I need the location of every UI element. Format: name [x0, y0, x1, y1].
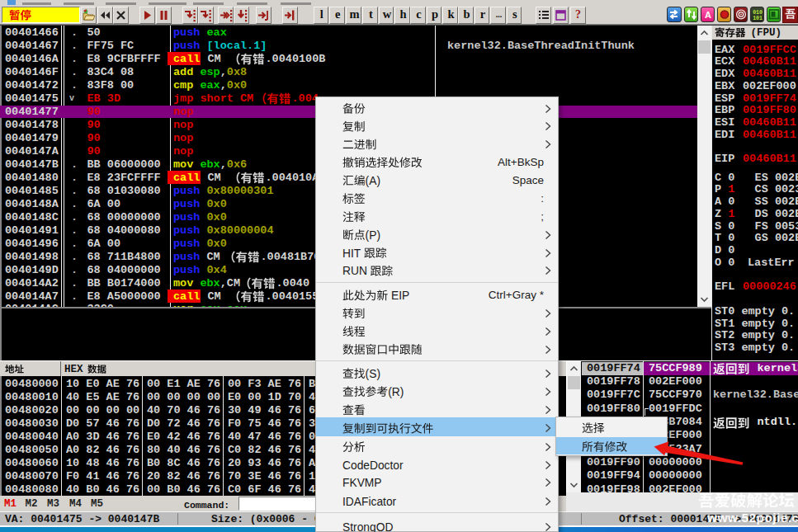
- svg-text:A: A: [705, 10, 711, 20]
- svg-text:010: 010: [753, 10, 763, 16]
- svg-text:101: 101: [753, 16, 763, 21]
